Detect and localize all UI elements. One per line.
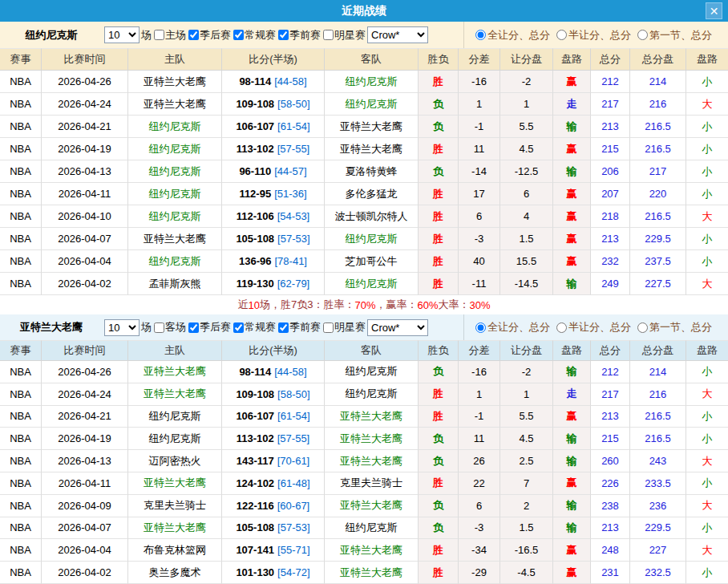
cell-score: 105-108[57-53] (222, 228, 325, 250)
full-score: 119-130 (237, 278, 274, 290)
cell-away-team: 亚特兰大老鹰 (325, 116, 419, 138)
radio-input[interactable] (556, 30, 567, 40)
filter-checkbox[interactable]: 明星赛 (321, 28, 366, 43)
column-header: 盘路 (686, 48, 728, 71)
odds-mode-radio[interactable]: 全让分、总分 (475, 28, 550, 43)
cell-handicap-line: 5.5 (500, 116, 553, 138)
cell-league: NBA (0, 450, 42, 472)
cell-win-loss: 胜 (419, 183, 459, 205)
filter-checkbox[interactable]: 季前赛 (276, 320, 321, 335)
odds-mode-radio[interactable]: 第一节、总分 (631, 320, 712, 335)
cell-handicap-line: 15.5 (500, 250, 553, 273)
cell-point-diff: -16 (459, 71, 500, 93)
cell-point-diff: -11 (459, 273, 500, 295)
cell-over-under: 大 (686, 450, 728, 472)
odds-mode-radio[interactable]: 半让分、总分 (550, 320, 631, 335)
filter-left: 纽约尼克斯 10 场 主场 季后赛 常规赛 季前赛 明星赛 Crow* (0, 22, 463, 48)
checkbox-input[interactable] (188, 30, 199, 40)
cell-total-points: 248 (591, 539, 630, 562)
summary-part: 10 (248, 299, 259, 311)
cell-away-team: 纽约尼克斯 (325, 228, 419, 250)
checkbox-input[interactable] (154, 30, 164, 40)
radio-input[interactable] (556, 322, 567, 333)
filter-checkbox[interactable]: 常规赛 (231, 28, 276, 43)
column-header: 盘路 (686, 340, 728, 361)
filter-checkbox[interactable]: 季前赛 (276, 28, 321, 43)
recent-results-window: 近期战绩 ✕ 纽约尼克斯 10 场 主场 季后赛 常规赛 季前赛 明星赛 Cro… (0, 0, 728, 584)
cell-point-diff: -1 (459, 406, 500, 428)
cell-point-diff: 1 (459, 93, 500, 116)
cell-total-points: 238 (591, 495, 630, 517)
filter-checkbox[interactable]: 主场 (152, 28, 186, 43)
cell-away-team: 纽约尼克斯 (325, 383, 419, 406)
cell-total-points: 207 (591, 183, 630, 205)
cell-date: 2026-04-21 (42, 116, 128, 138)
cell-league: NBA (0, 93, 42, 116)
summary-part: 70% (354, 299, 375, 311)
checkbox-input[interactable] (154, 322, 164, 333)
cell-over-under: 小 (686, 160, 728, 183)
radio-input[interactable] (475, 30, 486, 40)
cell-total-points: 231 (591, 562, 630, 584)
cell-league: NBA (0, 228, 42, 250)
column-header: 总分 (591, 48, 630, 71)
checkbox-input[interactable] (233, 30, 244, 40)
cell-win-loss: 胜 (419, 472, 459, 495)
cell-handicap-line: -16.5 (500, 539, 553, 562)
bookmaker-select[interactable]: Crow* (367, 26, 428, 43)
cell-win-loss: 负 (419, 160, 459, 183)
radio-input[interactable] (475, 322, 486, 333)
filter-checkbox[interactable]: 客场 (152, 320, 186, 335)
column-header: 赛事 (0, 340, 42, 361)
radio-input[interactable] (637, 322, 648, 333)
cell-point-diff: 1 (459, 383, 500, 406)
checkbox-label: 主场 (165, 28, 186, 43)
cell-total-points: 217 (591, 383, 630, 406)
game-count-select[interactable]: 10 (104, 319, 140, 336)
cell-score: 101-130[54-72] (222, 562, 325, 584)
full-score: 112-95 (239, 188, 271, 200)
full-score: 98-114 (239, 366, 271, 378)
checkbox-input[interactable] (188, 322, 199, 333)
checkbox-input[interactable] (278, 30, 289, 40)
cell-total-line: 229.5 (630, 517, 686, 540)
close-button[interactable]: ✕ (706, 2, 722, 19)
cell-home-team: 孟菲斯灰熊 (128, 273, 222, 295)
column-header: 总分盘 (630, 340, 686, 361)
cell-total-line: 227.5 (630, 273, 686, 295)
cell-away-team: 纽约尼克斯 (325, 71, 419, 93)
filter-checkbox[interactable]: 明星赛 (321, 320, 366, 335)
checkbox-input[interactable] (233, 322, 244, 333)
checkbox-input[interactable] (323, 30, 334, 40)
radio-label: 全让分、总分 (487, 28, 550, 43)
cell-total-line: 216 (630, 383, 686, 406)
odds-mode-radio[interactable]: 全让分、总分 (475, 320, 550, 335)
checkbox-label: 常规赛 (245, 28, 276, 43)
cell-home-team: 纽约尼克斯 (128, 406, 222, 428)
odds-mode-radio[interactable]: 第一节、总分 (631, 28, 712, 43)
table-row: NBA 2026-04-13 迈阿密热火 143-117[70-61] 亚特兰大… (0, 450, 728, 472)
cell-league: NBA (0, 562, 42, 584)
table-row: NBA 2026-04-04 纽约尼克斯 136-96[78-41] 芝加哥公牛… (0, 250, 728, 273)
filter-checkbox[interactable]: 常规赛 (231, 320, 276, 335)
filter-checkbox[interactable]: 季后赛 (186, 320, 231, 335)
cell-total-points: 215 (591, 428, 630, 450)
cell-league: NBA (0, 383, 42, 406)
cell-league: NBA (0, 138, 42, 160)
checkbox-input[interactable] (278, 322, 289, 333)
bookmaker-select[interactable]: Crow* (367, 319, 428, 336)
cell-over-under: 小 (686, 517, 728, 540)
cell-league: NBA (0, 183, 42, 205)
checkbox-input[interactable] (323, 322, 334, 333)
game-count-select[interactable]: 10 (104, 26, 140, 43)
half-score: [61-54] (277, 410, 309, 422)
half-score: [78-41] (275, 255, 307, 267)
team-name-label: 纽约尼克斯 (0, 28, 103, 43)
cell-handicap-line: 1.5 (500, 517, 553, 540)
cell-total-points: 213 (591, 517, 630, 540)
odds-mode-radio[interactable]: 半让分、总分 (550, 28, 631, 43)
filter-checkbox[interactable]: 季后赛 (186, 28, 231, 43)
full-score: 113-102 (237, 432, 274, 444)
radio-input[interactable] (637, 30, 648, 40)
cell-date: 2026-04-24 (42, 93, 128, 116)
